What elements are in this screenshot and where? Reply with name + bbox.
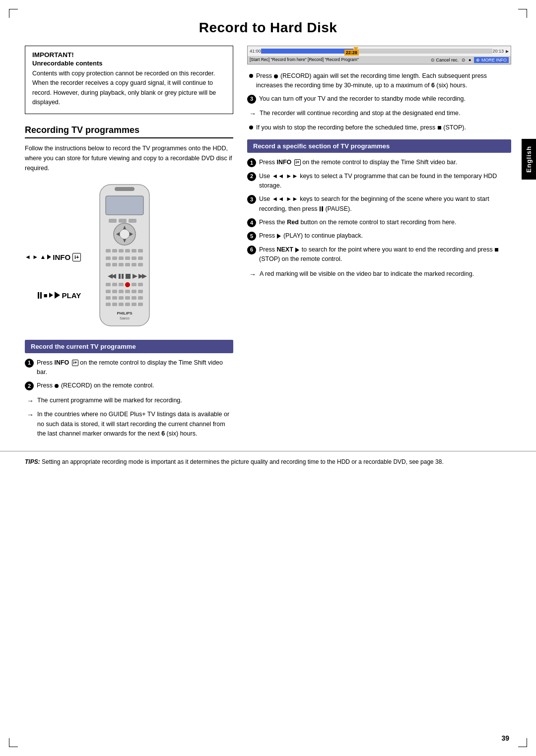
svg-rect-20	[119, 256, 124, 260]
important-text: Contents with copy protection cannot be …	[32, 69, 226, 108]
right-column: 41:00 22:28 20:13 ▶ [Start Rec] "Record …	[247, 46, 511, 442]
arrow-note-1: → The current programme will be marked f…	[27, 396, 233, 407]
svg-rect-19	[112, 256, 117, 260]
svg-rect-50	[106, 296, 111, 300]
specific-step-4-text: Press the Red button on the remote contr…	[259, 218, 456, 227]
specific-step-num-5: 5	[247, 232, 256, 241]
bullet-record-again: Press (RECORD) again will set the record…	[249, 71, 511, 91]
step-1-text: Press INFO i+ on the remote control to d…	[37, 358, 233, 378]
right-step-number-3: 3	[247, 95, 256, 104]
info-icon: i+	[72, 253, 81, 261]
svg-rect-52	[119, 296, 124, 300]
specific-step-6: 6 Press NEXT to search for the point whe…	[247, 245, 511, 264]
svg-rect-1	[115, 187, 134, 191]
svg-rect-16	[132, 249, 136, 252]
svg-rect-27	[125, 263, 130, 266]
svg-rect-47	[125, 290, 130, 293]
tips-text: Setting an appropriate recording mode is…	[42, 458, 444, 465]
arrow-note-1-text: The current programme will be marked for…	[37, 396, 182, 405]
timebar-fill	[261, 49, 354, 54]
record-btn-icon: ●	[469, 58, 471, 63]
cancel-rec-label: Cancel rec.	[436, 58, 459, 63]
svg-text:Saeco: Saeco	[120, 316, 130, 320]
specific-step-2-text: Use ◄◄ ►► keys to select a TV programme …	[259, 172, 511, 191]
corner-mark-bl	[9, 738, 18, 747]
svg-rect-13	[112, 249, 117, 252]
arrow-note-3-text: The recorder will continue recording and…	[260, 109, 460, 118]
svg-rect-61	[138, 303, 143, 306]
svg-rect-32	[119, 274, 121, 279]
svg-rect-51	[112, 296, 117, 300]
info-label: INFO	[53, 253, 70, 261]
svg-rect-54	[132, 296, 136, 300]
cancel-rec-icon: ⊙ Cancel rec.	[431, 58, 459, 63]
remote-image: PHILIPS Saeco	[85, 182, 164, 331]
svg-rect-57	[112, 303, 117, 306]
svg-rect-5	[129, 219, 136, 223]
svg-rect-15	[125, 249, 130, 252]
svg-rect-14	[119, 249, 124, 252]
svg-rect-33	[122, 274, 124, 279]
right-step-3-text: You can turn off your TV and the recorde…	[259, 94, 466, 104]
svg-rect-59	[125, 303, 130, 306]
specific-step-2: 2 Use ◄◄ ►► keys to select a TV programm…	[247, 172, 511, 191]
specific-step-num-6: 6	[247, 246, 256, 254]
svg-rect-22	[132, 256, 136, 260]
page-title: Record to Hard Disk	[0, 0, 536, 46]
svg-rect-44	[106, 290, 111, 293]
section-heading-recording: Recording TV programmes	[25, 125, 233, 138]
svg-rect-48	[132, 290, 136, 293]
timebar-top: 41:00 22:28 20:13 ▶	[248, 46, 511, 56]
bullet-stop: If you wish to stop the recording before…	[249, 123, 511, 132]
subsection-record-current: Record the current TV programme	[25, 340, 233, 353]
subsection-specific-label: Record a specific section of TV programm…	[253, 142, 390, 150]
right-steps: 3 You can turn off your TV and the recor…	[247, 94, 511, 104]
svg-rect-49	[138, 290, 143, 293]
svg-rect-38	[106, 283, 111, 286]
svg-rect-18	[106, 256, 111, 260]
step-2-text: Press (RECORD) on the remote control.	[37, 381, 154, 390]
svg-rect-21	[125, 256, 130, 260]
content-area: IMPORTANT! Unrecordable contents Content…	[0, 46, 536, 442]
timebar: 41:00 22:28 20:13 ▶ [Start Rec] "Record …	[247, 46, 511, 64]
specific-step-3: 3 Use ◄◄ ►► keys to search for the begin…	[247, 194, 511, 214]
svg-rect-56	[106, 303, 111, 306]
svg-rect-46	[119, 290, 124, 293]
svg-rect-23	[138, 256, 143, 260]
right-step-3: 3 You can turn off your TV and the recor…	[247, 94, 511, 104]
svg-rect-55	[138, 296, 143, 300]
step-number-2: 2	[25, 381, 34, 390]
svg-rect-29	[138, 263, 143, 266]
tips-label: TIPS:	[25, 458, 40, 465]
timebar-time-right: 20:13	[492, 49, 504, 54]
svg-rect-24	[106, 263, 111, 266]
specific-step-1-text: Press INFO i+ on the remote control to d…	[259, 158, 457, 167]
more-info-button[interactable]: ⊕ MORE INFO	[474, 57, 509, 63]
arrow-icon-2: →	[27, 410, 34, 421]
page-container: English Record to Hard Disk IMPORTANT! U…	[0, 0, 536, 756]
svg-rect-40	[119, 283, 124, 286]
record-icon: ⊙	[462, 58, 466, 63]
important-heading: IMPORTANT!	[32, 51, 226, 59]
timebar-time-marker: 22:28	[344, 50, 359, 56]
specific-step-num-4: 4	[247, 218, 256, 227]
language-tab: English	[522, 139, 536, 180]
svg-rect-39	[112, 283, 117, 286]
bullet-dot-1	[249, 74, 253, 78]
step-2: 2 Press (RECORD) on the remote control.	[25, 381, 233, 390]
specific-step-num-3: 3	[247, 195, 256, 204]
step-1: 1 Press INFO i+ on the remote control to…	[25, 358, 233, 378]
timebar-buttons: [Start Rec] "Record from here" [Record] …	[248, 56, 511, 64]
corner-mark-tr	[518, 9, 527, 18]
tips-box: TIPS: Setting an appropriate recording m…	[0, 451, 536, 472]
arrow-icon-4: →	[249, 269, 256, 280]
play-label: PLAY	[62, 291, 81, 300]
svg-rect-25	[112, 263, 117, 266]
bullet-dot-2	[249, 126, 253, 129]
remote-container: ◄ ► ▲ INFO i+ ■	[25, 182, 233, 331]
specific-section-steps: 1 Press INFO i+ on the remote control to…	[247, 158, 511, 264]
bullet-record-again-text: Press (RECORD) again will set the record…	[256, 71, 511, 91]
corner-mark-tl	[9, 9, 18, 18]
section-intro: Follow the instructions below to record …	[25, 143, 233, 173]
arrow-icon-1: →	[27, 396, 34, 407]
